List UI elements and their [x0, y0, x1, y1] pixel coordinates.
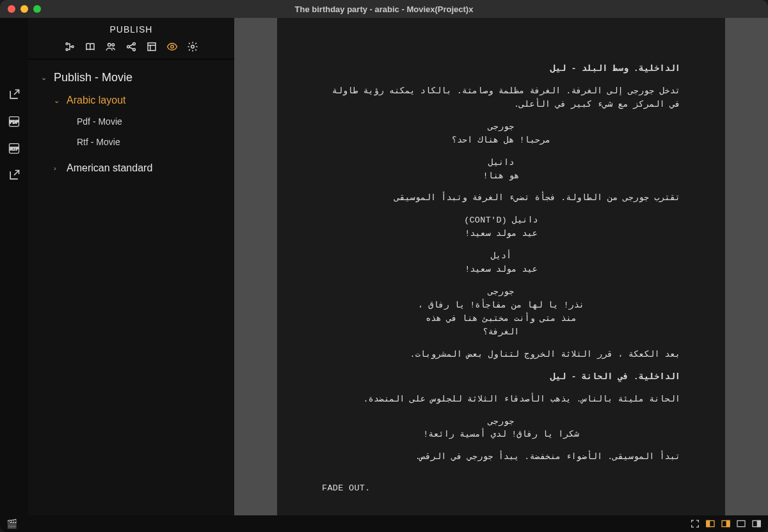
export-arrow-icon[interactable]	[8, 169, 20, 182]
action-text: تقترب جورجى من الطاولة. فجأة تضيء الغرفة…	[322, 192, 680, 205]
layout-icon[interactable]	[146, 41, 157, 52]
panel-single-icon[interactable]	[736, 519, 746, 529]
window-maximize-button[interactable]	[33, 5, 41, 13]
window-close-button[interactable]	[8, 5, 15, 13]
action-text: الحانة مليئة بالناس. يذهب الأصدقاء الثلا…	[322, 393, 680, 407]
rtf-icon[interactable]: RTF	[8, 142, 20, 155]
pdf-icon[interactable]: PDF	[8, 115, 20, 128]
tree-label: Pdf - Movie	[77, 116, 122, 127]
dialogue-text: شكرا يا رفاق! لدي أمسية رائعة!	[412, 428, 591, 442]
svg-rect-12	[148, 43, 156, 51]
script-page: الداخلية. وسط البلد - ليل تدخل جورجى إلى…	[277, 18, 725, 515]
window-titlebar: The birthday party - arabic - Moviex(Pro…	[0, 0, 768, 18]
svg-rect-16	[707, 520, 710, 526]
dialogue-text: هو هنا!	[412, 170, 591, 184]
window-minimize-button[interactable]	[20, 5, 28, 13]
svg-rect-21	[757, 520, 760, 526]
action-text: تدخل جورجى إلى الغرفة. الغرفة مظلمة وصام…	[322, 85, 680, 112]
character-name: جورجى	[322, 121, 680, 134]
dialogue-text: نذر! يا لها من مفاجأة! يا رفاق ، منذ متى…	[412, 299, 591, 340]
document-viewport: الداخلية. وسط البلد - ليل تدخل جورجى إلى…	[234, 18, 768, 515]
svg-point-6	[72, 46, 74, 48]
character-name: جورجى	[322, 416, 680, 429]
export-icon[interactable]	[8, 88, 20, 101]
dialogue-text: عيد مولد سعيد!	[412, 228, 591, 241]
svg-text:PDF: PDF	[10, 120, 18, 124]
dialogue-text: عيد مولد سعيد!	[412, 263, 591, 277]
dialogue-text: مرحبا! هل هناك احد؟	[412, 134, 591, 148]
tree-icon[interactable]	[64, 41, 76, 52]
tree-item-american-standard[interactable]: › American standard	[28, 157, 234, 179]
users-icon[interactable]	[105, 41, 116, 52]
sidebar-toolbar	[28, 38, 234, 59]
bottom-bar: 🎬	[0, 515, 768, 532]
svg-point-14	[191, 45, 195, 49]
clapperboard-icon[interactable]: 🎬	[6, 519, 17, 529]
svg-point-13	[171, 45, 174, 49]
tree-item-rtf-movie[interactable]: Rtf - Movie	[28, 132, 234, 152]
svg-rect-19	[737, 520, 745, 526]
svg-point-8	[112, 43, 115, 46]
scene-heading: الداخلية. في الحانة - ليل	[322, 371, 680, 384]
svg-point-5	[66, 49, 68, 51]
left-rail: PDF RTF	[0, 18, 28, 515]
tree-label: Rtf - Movie	[77, 137, 120, 147]
window-title: The birthday party - arabic - Moviex(Pro…	[0, 4, 768, 14]
svg-point-7	[108, 43, 111, 47]
panel-right-icon[interactable]	[721, 519, 731, 529]
sidebar: PUBLISH ⌄ Publish - Movie ⌄ Arabic layou…	[28, 18, 234, 515]
panel-right-alt-icon[interactable]	[751, 519, 762, 529]
character-name: أديل	[322, 250, 680, 263]
svg-text:RTF: RTF	[10, 146, 19, 151]
action-text: بعد الكعكة ، قرر الثلاثة الخروج لتناول ب…	[322, 348, 680, 362]
chevron-down-icon: ⌄	[54, 97, 63, 105]
tree-label: American standard	[67, 162, 152, 174]
tree-item-publish-movie[interactable]: ⌄ Publish - Movie	[28, 66, 234, 90]
fullscreen-icon[interactable]	[690, 519, 700, 529]
book-icon[interactable]	[84, 41, 96, 52]
chevron-right-icon: ›	[54, 164, 63, 172]
svg-rect-18	[726, 520, 730, 526]
chevron-down-icon: ⌄	[41, 74, 50, 82]
character-name: دانيل (CONT'D)	[322, 214, 680, 228]
action-text: تبدأ الموسيقى. الأضواء منخفضة. يبدأ جورج…	[322, 451, 680, 464]
character-name: دانيل	[322, 157, 680, 170]
tree-item-pdf-movie[interactable]: Pdf - Movie	[28, 111, 234, 132]
publish-tree: ⌄ Publish - Movie ⌄ Arabic layout Pdf - …	[28, 59, 234, 185]
tree-item-arabic-layout[interactable]: ⌄ Arabic layout	[28, 90, 234, 111]
panel-left-icon[interactable]	[705, 519, 716, 529]
tree-label: Publish - Movie	[54, 71, 132, 84]
svg-point-4	[66, 43, 68, 45]
tree-label: Arabic layout	[67, 95, 126, 106]
character-name: جورجى	[322, 286, 680, 299]
scene-heading: الداخلية. وسط البلد - ليل	[322, 63, 680, 76]
share-icon[interactable]	[125, 41, 137, 52]
transition-text: FADE OUT.	[322, 482, 680, 496]
eye-icon[interactable]	[166, 41, 178, 52]
sidebar-heading: PUBLISH	[28, 18, 234, 38]
gear-icon[interactable]	[187, 41, 198, 52]
